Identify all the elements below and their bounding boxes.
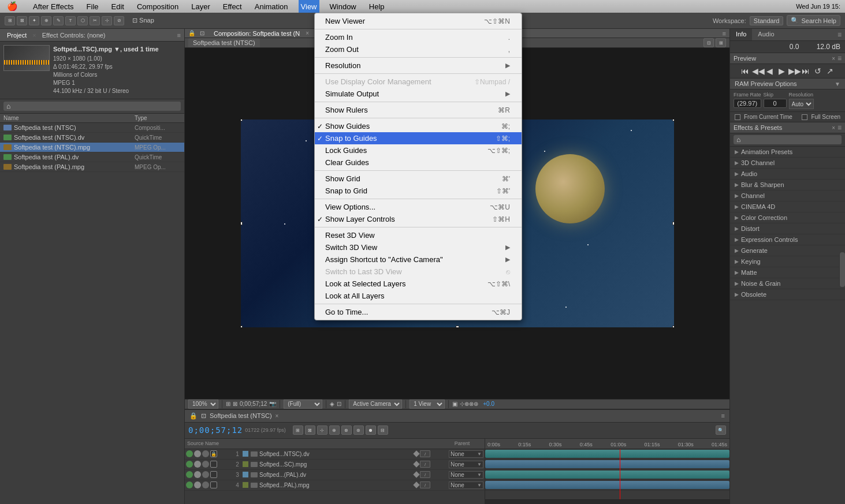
menu-item-go-to-time[interactable]: Go to Time... ⌥⌘J [315,306,522,318]
toolbar-btn-7[interactable]: ⬡ [77,16,88,25]
tl-ctrl-2[interactable]: ⊠ [305,425,315,435]
views-select[interactable]: 1 View 2 Views 4 Views [410,400,445,409]
info-panel-gear[interactable]: ≡ [834,29,845,40]
tl-ctrl-5[interactable]: ⊗ [341,425,352,435]
menu-item-look-all-layers[interactable]: Look at All Layers [315,290,522,302]
track-parent-3[interactable]: None ▼ [449,471,483,479]
ctrl-play[interactable]: ▶ [776,66,787,76]
tab-audio[interactable]: Audio [752,29,780,40]
handle-mr[interactable] [672,222,674,225]
list-item[interactable]: Softpedia test (NTSC).dv QuickTime [0,133,184,143]
menu-help[interactable]: Help [367,0,387,13]
audio-switch-1[interactable] [186,450,193,457]
comp-panel-gear[interactable]: ≡ [723,30,726,37]
menu-item-show-grid[interactable]: Show Grid ⌘' [315,173,522,185]
resolution-select[interactable]: (Full) (Half) (Quarter) [284,400,322,409]
list-item[interactable]: Softpedia test (NTSC).mpg MPEG Op... [0,143,184,152]
track-parent-2[interactable]: None ▼ [449,461,483,468]
tl-search[interactable]: 🔍 [716,425,726,435]
handle-ml[interactable] [241,222,243,225]
video-switch-3[interactable] [194,471,201,478]
track-parent-1[interactable]: None ▼ [449,450,483,458]
lock-icon-3[interactable] [210,471,217,478]
list-item[interactable]: Softpedia test (NTSC) Compositi... [0,123,184,133]
effects-scrollbar[interactable] [839,252,845,287]
effect-category-3d-channel[interactable]: ▶ 3D Channel [730,158,845,169]
ram-skip-value[interactable]: 0 [764,99,787,108]
menu-item-clear-guides[interactable]: Clear Guides [315,156,522,169]
effect-category-generate[interactable]: ▶ Generate [730,245,845,256]
clip-bar-3[interactable] [485,471,729,479]
menu-edit[interactable]: Edit [109,0,126,13]
track-row[interactable]: 3 Softped...(PAL).dv / None ▼ [185,470,485,480]
menu-item-zoom-in[interactable]: Zoom In . [315,31,522,43]
render-icon[interactable]: ▣ [452,401,457,407]
col-header-name[interactable]: Name [3,115,135,121]
safe-zones-icon[interactable]: ⊠ [233,401,237,407]
workspace-value[interactable]: Standard [750,16,784,25]
timeline-gear[interactable]: ≡ [721,412,725,419]
camera-select[interactable]: Active Camera [349,400,402,409]
toolbar-btn-1[interactable]: ⊞ [5,16,15,25]
timeline-scrollbar[interactable] [485,499,729,504]
track-parent-4[interactable]: None ▼ [449,481,483,489]
effect-category-blur-sharpen[interactable]: ▶ Blur & Sharpen [730,180,845,191]
comp-tab-ntsc[interactable]: Softpedia test (NTSC) [188,38,260,47]
tl-ctrl-1[interactable]: ⊞ [293,425,303,435]
effect-category-color-correction[interactable]: ▶ Color Correction [730,212,845,223]
tab-info[interactable]: Info [730,29,752,40]
handle-tl[interactable] [241,120,243,121]
track-row[interactable]: 2 Softped...SC).mpg / None ▼ [185,460,485,470]
menu-item-new-viewer[interactable]: New Viewer ⌥⇧⌘N [315,15,522,27]
video-switch-1[interactable] [194,450,201,457]
ctrl-loop[interactable]: ↺ [813,66,823,76]
menu-item-look-selected-layers[interactable]: Look at Selected Layers ⌥⇧⌘\ [315,278,522,290]
preview-close-icon[interactable]: × [832,55,835,62]
handle-br[interactable] [672,326,674,327]
project-search-input[interactable] [12,103,178,110]
solo-switch-1[interactable] [202,450,209,457]
apple-menu[interactable]: 🍎 [5,0,20,13]
video-switch-4[interactable] [194,481,201,488]
ctrl-prev[interactable]: ◀ [764,66,775,76]
effect-category-distort[interactable]: ▶ Distort [730,223,845,234]
audio-switch-2[interactable] [186,461,193,468]
menu-layer[interactable]: Layer [189,0,213,13]
toolbar-btn-9[interactable]: ⊹ [102,16,112,25]
full-screen-checkbox[interactable] [802,114,807,120]
timeline-close[interactable]: × [276,413,279,419]
toolbar-btn-6[interactable]: T [65,16,76,25]
menu-item-view-options[interactable]: View Options... ⌥⌘U [315,201,522,213]
ctrl-next[interactable]: ▶▶ [788,66,799,76]
menu-item-show-rulers[interactable]: Show Rulers ⌘R [315,104,522,116]
menu-item-show-guides[interactable]: Show Guides ⌘; [315,120,522,132]
tab-effect-controls[interactable]: Effect Controls: (none) [39,32,109,39]
menu-item-assign-shortcut[interactable]: Assign Shortcut to "Active Camera" ▶ [315,253,522,266]
menu-item-snap-to-grid[interactable]: Snap to Grid ⇧⌘' [315,185,522,197]
effect-category-keying[interactable]: ▶ Keying [730,256,845,267]
tl-ctrl-4[interactable]: ⊕ [329,425,340,435]
menu-item-snap-to-guides[interactable]: Snap to Guides ⇧⌘; [315,132,522,144]
ctrl-export[interactable]: ↗ [825,66,835,76]
menu-item-simulate-output[interactable]: Simulate Output ▶ [315,88,522,100]
tl-ctrl-7[interactable]: ⏺ [366,425,376,435]
track-line-btn-3[interactable]: / [420,471,430,478]
tab-composition[interactable]: Composition: Softpedia test (N [210,30,303,37]
effect-category-matte[interactable]: ▶ Matte [730,267,845,278]
toolbar-btn-10[interactable]: ⊘ [114,16,124,25]
comp-panel-close[interactable]: × [306,30,309,36]
menu-window[interactable]: Window [327,0,359,13]
track-line-btn-4[interactable]: / [420,481,430,488]
clip-bar-1[interactable] [485,450,729,458]
effects-search-input[interactable] [742,136,839,143]
preview-gear-icon[interactable]: ≡ [837,54,842,62]
handle-bl[interactable] [241,326,243,327]
clip-bar-4[interactable] [485,481,729,489]
effect-category-audio[interactable]: ▶ Audio [730,169,845,180]
effect-category-obsolete[interactable]: ▶ Obsolete [730,289,845,300]
ctrl-last-frame[interactable]: ⏭ [801,66,811,76]
comp-icon-1[interactable]: ⊡ [703,38,714,47]
track-row[interactable]: 🔒 1 Softped...NTSC).dv / None ▼ [185,449,485,460]
menu-effect[interactable]: Effect [221,0,244,13]
tl-ctrl-8[interactable]: ⊟ [378,425,388,435]
